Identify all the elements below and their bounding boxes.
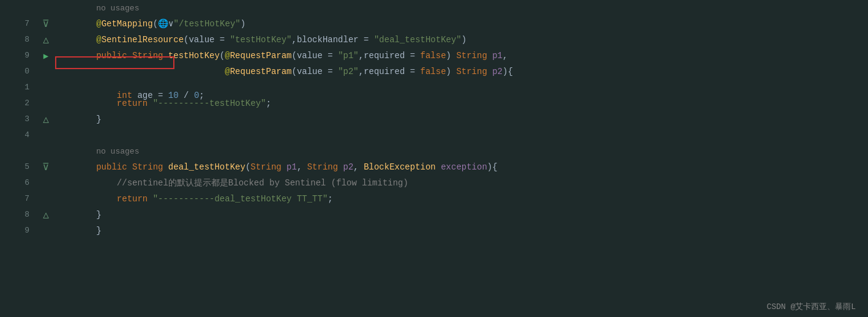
line-num-0: 0: [6, 64, 37, 80]
bookmark-up-icon-3: △: [43, 113, 49, 125]
bookmark-up-icon-8: △: [43, 34, 49, 46]
num-10-1: 10: [168, 91, 179, 100]
line-num-7: 7: [6, 16, 37, 32]
line-9b: 9 }: [6, 223, 868, 239]
run-icon-9: ▶: [43, 51, 48, 61]
bookmark-down-icon-5: ⊽: [42, 161, 50, 173]
code-area: no usages 7 ⊽ @GetMapping(🌐∨"/testHotKey…: [0, 0, 868, 317]
semi-1: ;: [199, 91, 204, 100]
div-1: /: [179, 91, 194, 100]
code-editor: no usages 7 ⊽ @GetMapping(🌐∨"/testHotKey…: [0, 0, 868, 317]
var-age-1: age =: [137, 91, 168, 100]
line-num-6: 6: [6, 175, 37, 191]
line-num-7b: 7: [6, 191, 37, 207]
bookmark-down-icon-7: ⊽: [42, 18, 50, 30]
gutter-3: △: [37, 113, 55, 125]
line-1: 1 int age = 10 / 0;: [6, 80, 868, 95]
gutter-8b: △: [37, 209, 55, 221]
line-num-1: 1: [6, 80, 37, 95]
bookmark-up-icon-8b: △: [43, 209, 49, 221]
line-num-8: 8: [6, 32, 37, 48]
indent-1: [96, 91, 117, 100]
code-line-1: int age = 10 / 0;: [55, 56, 868, 119]
brace-close-9b: }: [96, 226, 101, 236]
line-num-9: 9: [6, 48, 37, 64]
gutter-5: ⊽: [37, 161, 55, 173]
red-highlight-box: [55, 56, 174, 69]
watermark: CSDN @艾卡西亚、暴雨L: [766, 301, 856, 312]
line-num-5: 5: [6, 159, 37, 175]
line-num-3: 3: [6, 111, 37, 127]
line-num-2: 2: [6, 95, 37, 111]
gutter-8: △: [37, 34, 55, 46]
code-line-9b: }: [55, 207, 868, 255]
line-num-8b: 8: [6, 207, 37, 223]
gutter-7: ⊽: [37, 18, 55, 30]
kw-int-1: int: [117, 91, 138, 100]
line-num-9b: 9: [6, 223, 37, 239]
line-num-4: 4: [6, 127, 37, 143]
gutter-9: ▶: [37, 51, 55, 61]
